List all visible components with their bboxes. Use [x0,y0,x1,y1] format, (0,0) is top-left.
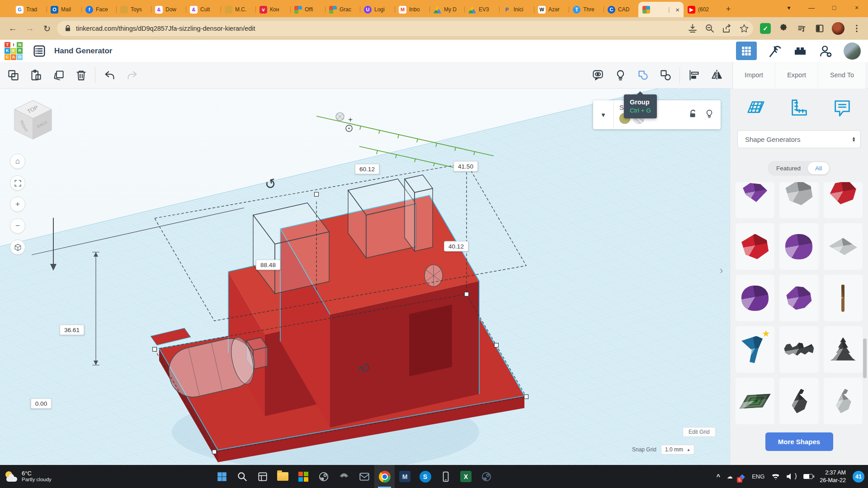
user-avatar[interactable] [844,42,861,60]
dimension-depth[interactable]: 60.12 [355,164,379,174]
minecraft-pickaxe-icon[interactable] [768,44,782,58]
maximize-button[interactable]: □ [823,4,845,11]
tab-logi[interactable]: ULogi [360,2,395,17]
shape-wood-stick[interactable] [824,275,863,321]
your-phone-button[interactable] [435,465,456,488]
workplane-icon[interactable] [745,98,766,120]
start-button[interactable] [212,465,232,488]
group-button[interactable] [632,65,654,85]
tab-face[interactable]: fFace [81,2,116,17]
tab-кон[interactable]: vКон [255,2,290,17]
tab-cult[interactable]: &Cult [186,2,221,17]
mail-button[interactable] [354,465,374,488]
tab-featured[interactable]: Featured [769,162,808,174]
tab-thre[interactable]: TThre [569,2,604,17]
import-button[interactable]: Import [733,62,775,89]
browser-profile-avatar[interactable] [832,22,844,35]
onedrive-cloud-icon[interactable]: ☁ [727,473,733,480]
tab-all[interactable]: All [808,162,829,174]
shape-green-maze[interactable] [736,378,774,424]
zoom-out-button[interactable]: − [10,218,25,234]
weather-widget[interactable]: 6°C Partly cloudy [0,465,56,488]
bookmark-star-icon[interactable] [739,23,750,34]
tab-menu-icon[interactable]: ⋮ [666,6,672,13]
office-button[interactable] [293,465,313,488]
notes-icon[interactable] [832,98,853,120]
export-button[interactable]: Export [775,62,818,89]
chrome-button[interactable] [374,465,395,488]
tab--602[interactable]: ▶(602 [684,2,718,17]
back-button[interactable]: ← [5,21,20,36]
dashboard-grid-button[interactable] [736,42,757,60]
bricks-icon[interactable] [793,44,807,58]
browser-menu-icon[interactable] [851,23,863,34]
snap-grid-select[interactable]: 1.0 mm▲ [661,445,694,455]
tinkercad-logo[interactable]: TINKERCAD [5,42,23,60]
new-tab-button[interactable]: + [722,3,735,15]
shape-category-select[interactable]: Shape Generators ▴▾ [737,130,861,148]
reload-button[interactable]: ↻ [40,21,54,36]
tab-m-c-[interactable]: M.C. [221,2,255,17]
notification-badge[interactable]: 41 [853,471,864,483]
steam-button[interactable] [313,465,334,488]
download-icon[interactable] [687,23,698,34]
ruler-icon[interactable] [789,98,810,120]
lightbulb-icon[interactable] [704,109,714,121]
dimension-width-top[interactable]: 41.50 [453,161,478,172]
hidden-icons-chevron[interactable]: ^ [717,473,720,480]
tab-active-tinkercad[interactable]: ⋮× [638,2,684,17]
tab-toys[interactable]: Toys [116,2,151,17]
add-user-icon[interactable] [818,44,833,58]
minimize-button[interactable]: — [800,4,823,11]
shape-purple-truncated-sphere[interactable] [736,275,774,321]
shape-gray-diamond[interactable] [824,223,863,270]
design-list-icon[interactable] [33,44,46,58]
tab-dow[interactable]: &Dow [151,2,186,17]
close-button[interactable]: × [845,4,868,11]
3d-viewport[interactable]: ↺ ↻ + [0,89,730,465]
ungroup-button[interactable] [654,65,677,85]
tab-search-icon[interactable]: ▾ [778,4,800,11]
url-bar[interactable]: tinkercad.com/things/dD9q2857Jfa-sizzlin… [57,21,753,36]
url-text[interactable]: tinkercad.com/things/dD9q2857Jfa-sizzlin… [76,25,681,32]
shape-purple-roundhedron[interactable] [779,223,818,270]
excel-button[interactable]: X [456,465,476,488]
tab-trad[interactable]: GTrad [12,2,47,17]
design-title[interactable]: Hand Generator [54,47,112,56]
clock[interactable]: 2:37 AM 26-Mar-22 [820,469,846,484]
app-m-button[interactable]: M [395,465,415,488]
mirror-button[interactable] [705,65,728,85]
tab-azər[interactable]: WAzər [534,2,569,17]
shape-red-polyhedron[interactable] [824,182,863,218]
tab-close-icon[interactable]: × [675,6,679,14]
shape-purple-gem[interactable] [736,182,774,218]
shape-dark-wave[interactable] [779,326,818,373]
tab-my-d[interactable]: My D [429,2,464,17]
tab-cad[interactable]: CCAD [604,2,638,17]
file-explorer-button[interactable] [273,465,293,488]
perspective-toggle-button[interactable] [10,239,25,255]
view-cube[interactable]: TOP RIGHT BACK [11,98,55,142]
extension-check-icon[interactable]: ✓ [760,23,771,34]
volume-icon[interactable]: ) [787,473,797,480]
tab-inici[interactable]: PInici [499,2,534,17]
dimension-side[interactable]: 36.61 [60,325,84,335]
shape-dark-trowel[interactable] [779,378,818,424]
shape-red-icosahedron[interactable] [736,223,774,270]
task-view-button[interactable] [252,465,273,488]
dropbox-icon[interactable]: ◆5 [740,472,745,481]
forward-button[interactable]: → [23,21,37,36]
copy-button[interactable] [2,65,24,85]
battery-icon[interactable] [803,474,813,479]
home-view-button[interactable]: ⌂ [10,154,25,169]
extension-contrast-icon[interactable] [814,23,826,34]
skype-button[interactable]: S [415,465,435,488]
more-shapes-button[interactable]: More Shapes [765,432,833,451]
align-button[interactable] [683,65,705,85]
language-indicator[interactable]: ENG [752,473,764,480]
delete-button[interactable] [70,65,92,85]
shape-purple-dodecahedron[interactable] [779,275,818,321]
wifi-icon[interactable] [771,474,780,480]
shape-blue-fin[interactable]: ★ [736,326,774,373]
tab-ev3[interactable]: EV3 [464,2,499,17]
